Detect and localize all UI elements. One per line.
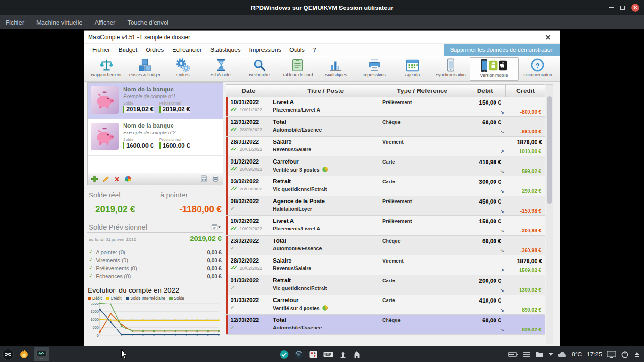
- app-titlebar[interactable]: MaxiCompte v4.51 - Exemple de dossier: [84, 31, 560, 44]
- battery-icon[interactable]: [508, 352, 518, 357]
- account-item-2[interactable]: Nom de la banqueExemple de compte n°2Sol…: [88, 119, 223, 156]
- app-menu-outils[interactable]: Outils: [285, 45, 309, 55]
- transaction-debit: 60,00 €: [464, 317, 501, 324]
- transaction-row-11[interactable]: 01/03/2022✓CarrefourVentilé sur 4 postes…: [226, 295, 545, 315]
- host-close-button[interactable]: [631, 4, 639, 12]
- transaction-row-7[interactable]: 10/02/2022✓✓10/02/2022Livret APlacements…: [226, 216, 545, 236]
- folder-icon[interactable]: [535, 351, 544, 358]
- running-balance: 299,02 €: [507, 188, 541, 194]
- app-menu-ech-ancier[interactable]: Echéancier: [168, 45, 206, 55]
- toolbar-label: Synchronisation: [436, 73, 466, 77]
- account-color-button[interactable]: [124, 175, 132, 182]
- table-scrollbar[interactable]: [546, 84, 553, 344]
- transaction-row-9[interactable]: 28/02/2022✓✓28/02/2022SalaireRevenus/Sal…: [226, 255, 545, 275]
- edit-account-button[interactable]: [102, 175, 109, 182]
- account-table-button[interactable]: [200, 175, 207, 182]
- column-header-titre-poste[interactable]: Titre / Poste: [271, 85, 380, 97]
- app-menu-item[interactable]: ?: [309, 45, 321, 55]
- transaction-date: 01/02/2022: [231, 158, 262, 165]
- home-icon[interactable]: [353, 350, 362, 359]
- host-menu-machine-virtuelle[interactable]: Machine virtuelle: [36, 19, 83, 26]
- display-icon[interactable]: [607, 351, 616, 358]
- host-menu-afficher[interactable]: Afficher: [95, 19, 116, 26]
- transaction-row-10[interactable]: 01/03/2022✓RetraitVie quotidienne/Retrai…: [226, 275, 545, 295]
- delete-account-button[interactable]: [114, 176, 120, 182]
- transaction-title: Livret A: [273, 99, 380, 106]
- app-menu-statistiques[interactable]: Statistiques: [206, 45, 245, 55]
- toolbar-tableau-de-bord[interactable]: Tableau de bord: [279, 57, 317, 81]
- balance-values: 2019,02 € -1180,00 €: [87, 204, 223, 214]
- app-minimize-button[interactable]: [508, 31, 524, 43]
- transaction-category: Placements/Livret A: [273, 107, 380, 113]
- toolbar-label: Statistiques: [325, 73, 347, 77]
- transaction-type: Prélèvement: [382, 198, 412, 204]
- host-menu-fichier[interactable]: Fichier: [6, 19, 24, 26]
- keyboard-icon[interactable]: [323, 351, 334, 358]
- transaction-title: Carrefour: [273, 158, 380, 165]
- app-menu-impressions[interactable]: Impressions: [245, 45, 285, 55]
- column-header-cr-dit[interactable]: Crédit: [506, 85, 545, 97]
- toolbar-recherche[interactable]: Recherche: [240, 57, 279, 81]
- toolbar-version-mobile[interactable]: Version mobile: [470, 57, 518, 81]
- toolbar-agenda[interactable]: Agenda: [393, 57, 431, 81]
- account-print-button[interactable]: [212, 175, 219, 182]
- transaction-row-5[interactable]: 03/02/2022✓✓28/09/2022RetraitVie quotidi…: [226, 176, 545, 196]
- transaction-row-2[interactable]: 12/01/2022✓✓28/09/2022TotalAutomobile/Es…: [226, 117, 545, 137]
- toolbar-ordres[interactable]: Ordres: [164, 57, 202, 81]
- table-scrollbar-thumb[interactable]: [547, 96, 552, 204]
- clock[interactable]: 17:25: [586, 351, 602, 358]
- add-account-button[interactable]: [91, 175, 98, 182]
- app-menu-ordres[interactable]: Ordres: [141, 45, 168, 55]
- toolbar-label: Agenda: [405, 73, 420, 77]
- transaction-row-6[interactable]: 08/02/2022✓Agence de la PosteHabitation/…: [226, 196, 545, 216]
- virt-manager-task-button[interactable]: [34, 347, 49, 361]
- toolbar-documentation[interactable]: ?Documentation: [519, 57, 557, 81]
- upload-icon[interactable]: [339, 350, 347, 359]
- app-menu-budget[interactable]: Budget: [115, 45, 142, 55]
- pointed-date: 10/01/2022: [239, 107, 262, 112]
- checklist-pr-l-vements-0: ✓Prélèvements (0)0,00 €: [89, 264, 222, 272]
- toolbar-label: Echéancier: [210, 73, 231, 77]
- transaction-debit: 150,00 €: [464, 99, 501, 106]
- toolbar-statistiques[interactable]: Statistiques: [317, 57, 355, 81]
- app-close-button[interactable]: [540, 31, 556, 43]
- column-header-date[interactable]: Date: [226, 85, 271, 97]
- host-menu-touche-d-envoi[interactable]: Touche d’envoi: [127, 19, 168, 26]
- column-header-d-bit[interactable]: Débit: [464, 85, 506, 97]
- previsionnel-calendar-button[interactable]: [211, 224, 222, 230]
- sync-status-icon[interactable]: [280, 350, 289, 359]
- account-item-1[interactable]: Nom de la banqueExemple de compte n°1Sol…: [88, 83, 223, 119]
- toolbar-ech-ancier[interactable]: Echéancier: [202, 57, 240, 81]
- eject-icon[interactable]: [634, 351, 640, 358]
- transaction-title: Salaire: [273, 139, 380, 145]
- app-menu-fichier[interactable]: Fichier: [88, 45, 115, 55]
- transaction-row-1[interactable]: 10/01/2022✓✓10/01/2022Livret APlacements…: [226, 97, 545, 117]
- launcher-icon[interactable]: [18, 349, 30, 360]
- toolbar-synchronisation[interactable]: Synchronisation: [431, 57, 470, 81]
- toolbar-label: Tableau de bord: [282, 73, 313, 77]
- toolbar-rapprochement[interactable]: Rapprochement: [87, 57, 125, 81]
- transaction-row-4[interactable]: 01/02/2022✓✓28/09/2022CarrefourVentilé s…: [226, 156, 545, 176]
- app-maximize-button[interactable]: [524, 31, 540, 43]
- transaction-date: 10/02/2022: [231, 218, 262, 224]
- host-minimize-button[interactable]: [609, 7, 614, 8]
- column-header-type-r-f-rence[interactable]: Type / Référence: [380, 85, 464, 97]
- transaction-type: Chèque: [382, 119, 401, 125]
- unpointed-check-icon: ✓: [231, 304, 233, 311]
- transaction-row-8[interactable]: 23/02/2022✓TotalAutomobile/EssenceChèque…: [226, 236, 545, 255]
- tray-dots-icon[interactable]: [309, 350, 318, 359]
- caret-down-icon[interactable]: [548, 353, 553, 356]
- toolbar-postes-budget[interactable]: Postes & budget: [125, 57, 164, 81]
- app-menu-icon[interactable]: [2, 348, 14, 361]
- host-restore-button[interactable]: [620, 6, 625, 10]
- transaction-row-3[interactable]: 28/01/2022✓✓28/01/2022SalaireRevenus/Sal…: [226, 137, 545, 156]
- weather-temperature[interactable]: 8°C: [572, 351, 582, 358]
- transaction-row-12[interactable]: 12/03/2022✓TotalAutomobile/EssenceChèque…: [226, 315, 545, 335]
- tray-sphere-icon[interactable]: [294, 350, 304, 359]
- transaction-type: Prélèvement: [382, 218, 412, 224]
- toolbar-impressions[interactable]: Impressions: [355, 57, 393, 81]
- power-icon[interactable]: [621, 350, 629, 358]
- menu-icon[interactable]: [523, 352, 530, 357]
- row-marker: [226, 156, 228, 176]
- delete-demo-data-button[interactable]: Supprimer les données de démonstration: [444, 44, 560, 56]
